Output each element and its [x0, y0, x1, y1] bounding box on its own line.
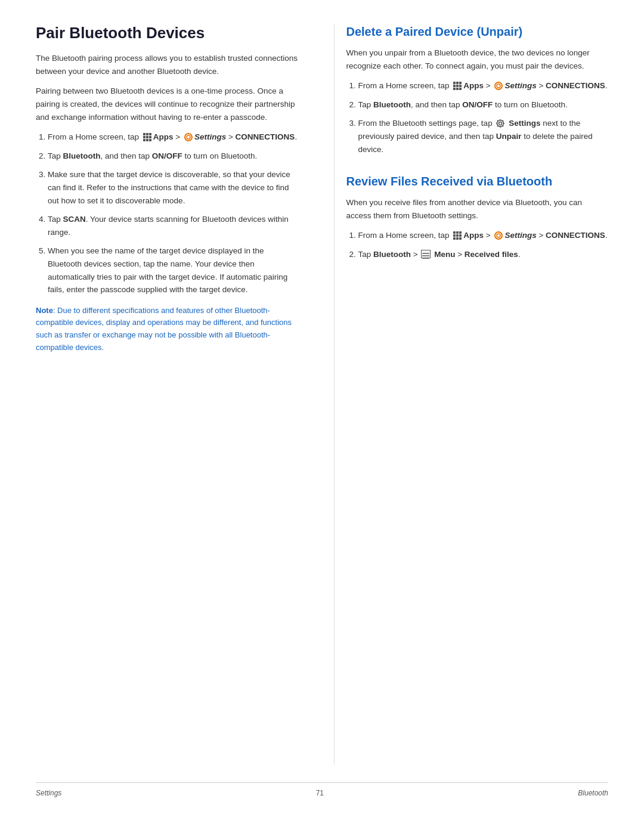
svg-rect-42 — [459, 231, 462, 234]
onoff-bold-delete-step2: ON/OFF — [462, 100, 493, 109]
svg-rect-48 — [459, 237, 462, 240]
note-label: Note — [36, 306, 53, 315]
svg-point-9 — [185, 134, 192, 141]
svg-rect-18 — [453, 85, 456, 87]
footer-left: Settings — [36, 789, 61, 797]
svg-point-10 — [187, 135, 190, 139]
bluetooth-bold-review-step2: Bluetooth — [373, 250, 411, 259]
main-title: Pair Bluetooth Devices — [36, 24, 298, 42]
intro-paragraph-1: The Bluetooth pairing process allows you… — [36, 52, 298, 78]
delete-step-2: Tap Bluetooth, and then tap ON/OFF to tu… — [358, 98, 609, 112]
svg-rect-44 — [456, 234, 459, 237]
review-section-title: Review Files Received via Bluetooth — [346, 174, 609, 189]
svg-rect-20 — [459, 85, 462, 87]
svg-rect-0 — [143, 133, 145, 135]
apps-icon-delete-step1 — [453, 81, 462, 91]
note-paragraph: Note: Due to different specifications an… — [36, 305, 298, 354]
intro-paragraph-2: Pairing between two Bluetooth devices is… — [36, 85, 298, 123]
review-section-gap: Review Files Received via Bluetooth When… — [346, 174, 609, 261]
delete-step-1: From a Home screen, tap — [358, 79, 609, 92]
footer-page-number: 71 — [316, 789, 324, 797]
menu-icon-review-step2 — [421, 250, 431, 258]
apps-label-delete-step1: Apps — [463, 81, 484, 90]
settings-bold-delete-step3: Settings — [509, 119, 540, 128]
right-column: Delete a Paired Device (Unpair) When you… — [334, 24, 609, 764]
svg-rect-2 — [149, 133, 151, 135]
svg-rect-21 — [453, 88, 456, 90]
footer: Settings 71 Bluetooth — [36, 782, 608, 797]
apps-icon-review-step1 — [453, 231, 462, 240]
svg-rect-15 — [453, 82, 456, 84]
svg-rect-43 — [453, 234, 456, 237]
settings-icon-review-step1 — [494, 231, 503, 240]
connections-label-delete-step1: CONNECTIONS — [546, 81, 605, 90]
page: Pair Bluetooth Devices The Bluetooth pai… — [0, 0, 644, 833]
review-intro: When you receive files from another devi… — [346, 196, 609, 222]
review-steps-list: From a Home screen, tap — [358, 229, 609, 261]
svg-rect-22 — [456, 88, 459, 90]
review-step-2: Tap Bluetooth > Menu > Received files. — [358, 248, 609, 261]
svg-rect-16 — [456, 82, 459, 84]
received-files-bold-review-step2: Received files — [465, 250, 518, 259]
scan-bold-step4: SCAN — [63, 215, 86, 224]
settings-word-step1: Settings — [194, 132, 226, 141]
step-5: When you see the name of the target devi… — [48, 244, 298, 296]
apps-icon-step1 — [143, 132, 152, 142]
settings-icon-delete-step1 — [494, 81, 503, 91]
note-content: : Due to different specifications and fe… — [36, 306, 292, 352]
menu-bold-review-step2: Menu — [434, 250, 455, 259]
svg-point-31 — [499, 122, 502, 125]
svg-rect-8 — [149, 139, 151, 141]
left-column: Pair Bluetooth Devices The Bluetooth pai… — [36, 24, 310, 764]
svg-rect-7 — [146, 139, 148, 141]
svg-point-25 — [497, 84, 500, 88]
step-3: Make sure that the target device is disc… — [48, 168, 298, 207]
delete-section-title: Delete a Paired Device (Unpair) — [346, 24, 609, 39]
svg-rect-6 — [143, 139, 145, 141]
pairing-steps-list: From a Home screen, tap — [48, 131, 298, 296]
step-2: Tap Bluetooth, and then tap ON/OFF to tu… — [48, 150, 298, 163]
connections-label-step1: CONNECTIONS — [236, 132, 295, 141]
gear-icon-delete-step3 — [496, 119, 505, 128]
delete-intro: When you unpair from a Bluetooth device,… — [346, 47, 609, 72]
review-step-1: From a Home screen, tap — [358, 229, 609, 242]
svg-rect-19 — [456, 85, 459, 87]
svg-rect-3 — [143, 136, 145, 138]
bluetooth-bold-step2: Bluetooth — [63, 151, 101, 160]
svg-rect-45 — [459, 234, 462, 237]
delete-steps-list: From a Home screen, tap — [358, 79, 609, 156]
onoff-bold-step2: ON/OFF — [152, 151, 182, 160]
content-area: Pair Bluetooth Devices The Bluetooth pai… — [36, 24, 608, 764]
delete-step-3: From the Bluetooth settings page, tap — [358, 117, 609, 156]
svg-rect-1 — [146, 133, 148, 135]
svg-rect-40 — [453, 231, 456, 234]
svg-point-50 — [497, 234, 500, 237]
svg-rect-4 — [146, 136, 148, 138]
footer-right: Bluetooth — [578, 789, 608, 797]
svg-rect-47 — [456, 237, 459, 240]
step-4: Tap SCAN. Your device starts scanning fo… — [48, 213, 298, 239]
unpair-bold-delete-step3: Unpair — [496, 132, 522, 141]
svg-rect-23 — [459, 88, 462, 90]
settings-word-delete-step1: Settings — [504, 81, 536, 90]
svg-rect-17 — [459, 82, 462, 84]
step-1: From a Home screen, tap — [48, 131, 298, 144]
svg-rect-41 — [456, 231, 459, 234]
settings-word-review-step1: Settings — [504, 231, 536, 240]
bluetooth-bold-delete-step2: Bluetooth — [373, 100, 411, 109]
apps-label-review-step1: Apps — [463, 231, 484, 240]
svg-rect-46 — [453, 237, 456, 240]
connections-label-review-step1: CONNECTIONS — [546, 231, 605, 240]
apps-label-step1: Apps — [153, 132, 174, 141]
settings-icon-step1 — [184, 132, 193, 142]
svg-point-49 — [495, 232, 502, 239]
svg-rect-5 — [149, 136, 151, 138]
svg-point-24 — [495, 82, 502, 89]
